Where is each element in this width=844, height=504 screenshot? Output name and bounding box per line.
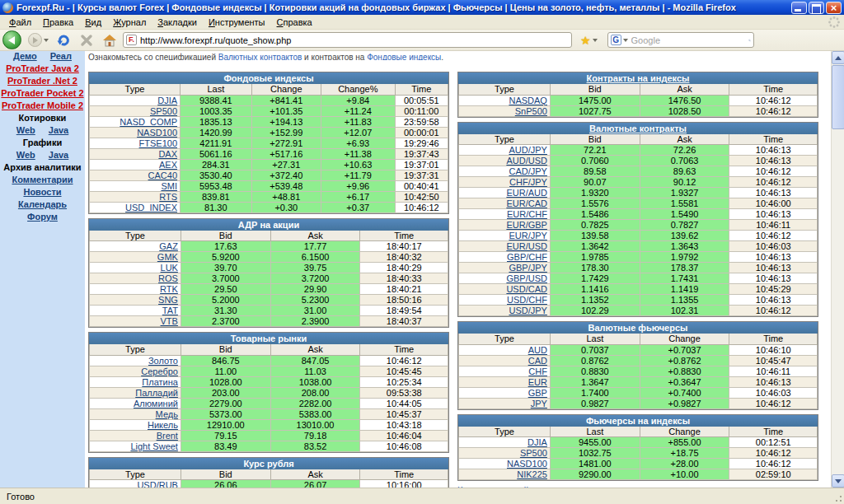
type-link[interactable]: EUR/GBP [506, 220, 547, 230]
type-link[interactable]: EUR/JPY [509, 231, 546, 240]
type-link[interactable]: AUD [528, 345, 547, 355]
close-button[interactable] [826, 2, 842, 14]
type-link[interactable]: CHF [528, 366, 547, 376]
type-link[interactable]: RTS [159, 192, 177, 202]
search-input[interactable] [631, 35, 748, 45]
menu-tools[interactable]: Инструменты [203, 16, 271, 29]
type-link[interactable]: RTK [160, 284, 178, 294]
sidebar-link-protrader-java[interactable]: ProTrader Java 2 [6, 63, 79, 73]
type-link[interactable]: SnP500 [515, 106, 547, 116]
type-link[interactable]: GBP/USD [506, 273, 547, 283]
type-link[interactable]: ROS [158, 273, 178, 283]
spec-link-currency-contracts[interactable]: Валютных контрактов [218, 53, 302, 60]
type-link[interactable]: VTB [161, 316, 178, 326]
sidebar-link-quotes-java[interactable]: Java [49, 125, 68, 135]
type-link[interactable]: SP500 [520, 448, 547, 458]
menu-view[interactable]: Вид [79, 16, 107, 29]
type-link[interactable]: Серебро [141, 366, 178, 376]
type-link[interactable]: SP500 [150, 106, 177, 116]
type-link[interactable]: JPY [531, 399, 547, 408]
forward-button[interactable] [28, 33, 42, 47]
type-link[interactable]: NASDAQ [509, 96, 546, 105]
type-link[interactable]: SNG [158, 295, 178, 305]
type-link[interactable]: LUK [161, 263, 178, 273]
type-link[interactable]: TAT [162, 306, 178, 315]
sidebar-link-quotes-web[interactable]: Web [16, 125, 35, 135]
type-link[interactable]: Золото [148, 356, 178, 366]
forward-dropdown-icon[interactable] [44, 39, 49, 42]
sidebar-link-protrader-net[interactable]: ProTrader .Net 2 [7, 76, 77, 86]
type-link[interactable]: USD/CAD [506, 284, 547, 294]
type-link[interactable]: GBP [528, 388, 547, 398]
minimize-button[interactable] [791, 2, 807, 14]
type-link[interactable]: GBP/JPY [509, 263, 546, 273]
resize-grip[interactable] [832, 492, 842, 502]
type-link[interactable]: Алюминий [134, 399, 178, 408]
spec-link-stock-indices[interactable]: Фондовые индексы [367, 53, 441, 60]
type-link[interactable]: Brent [157, 431, 178, 441]
type-link[interactable]: NASD100 [137, 128, 177, 138]
scroll-up-button[interactable] [832, 51, 844, 64]
sidebar-link-charts-java[interactable]: Java [49, 150, 68, 160]
back-button[interactable] [2, 30, 21, 49]
type-link[interactable]: Light Sweet [130, 441, 177, 451]
type-link[interactable]: GBP/CHF [507, 252, 547, 262]
type-link[interactable]: SMI [161, 181, 177, 191]
type-link[interactable]: NASD_COMP [120, 117, 177, 127]
vertical-scrollbar[interactable] [831, 51, 844, 488]
type-link[interactable]: DJIA [157, 96, 177, 105]
type-link[interactable]: Платина [142, 377, 178, 387]
type-link[interactable]: Медь [156, 409, 178, 419]
type-link[interactable]: EUR/CAD [506, 198, 547, 208]
type-link[interactable]: NASD100 [507, 459, 547, 469]
scrollbar-thumb[interactable] [832, 65, 844, 129]
reload-button[interactable] [55, 32, 72, 49]
menu-edit[interactable]: Правка [37, 16, 79, 29]
type-link[interactable]: USD/RUB [137, 480, 178, 488]
menu-bookmarks[interactable]: Закладки [152, 16, 203, 29]
sidebar-link-news[interactable]: Новости [23, 187, 61, 197]
type-link[interactable]: AEX [159, 160, 177, 170]
sidebar-link-calendar[interactable]: Календарь [18, 199, 67, 209]
type-link[interactable]: USD_INDEX [125, 203, 177, 212]
type-link[interactable]: USD/CHF [507, 295, 547, 305]
address-bar[interactable]: F. [123, 32, 572, 48]
type-link[interactable]: GMK [157, 252, 178, 262]
sidebar-link-forum[interactable]: Форум [27, 212, 58, 222]
type-link[interactable]: CHF/JPY [509, 177, 547, 187]
type-link[interactable]: EUR [528, 377, 547, 387]
sidebar-link-real[interactable]: Реал [50, 51, 72, 61]
search-magnifier-icon[interactable] [748, 35, 751, 46]
type-link[interactable]: EUR/AUD [506, 188, 547, 198]
scroll-down-button[interactable] [832, 474, 844, 488]
bookmark-dropdown-icon[interactable] [593, 39, 598, 42]
bookmark-star-icon[interactable]: ★ [580, 35, 591, 46]
type-link[interactable]: FTSE100 [139, 138, 177, 148]
type-link[interactable]: CAD/JPY [509, 166, 546, 176]
menu-help[interactable]: Справка [271, 16, 318, 29]
type-link[interactable]: USD/JPY [509, 306, 546, 315]
type-link[interactable]: CAD [528, 356, 547, 366]
type-link[interactable]: Палладий [135, 388, 178, 398]
sidebar-link-charts-web[interactable]: Web [16, 150, 35, 160]
google-engine-icon[interactable]: G [611, 35, 621, 45]
type-link[interactable]: GAZ [159, 241, 178, 251]
sidebar-link-demo[interactable]: Демо [13, 51, 37, 61]
home-button[interactable] [101, 32, 118, 49]
type-link[interactable]: Никель [148, 420, 178, 430]
sidebar-link-protrader-pocket[interactable]: ProTrader Pocket 2 [1, 88, 83, 98]
url-input[interactable] [140, 35, 569, 45]
type-link[interactable]: DJIA [528, 437, 547, 447]
type-link[interactable]: EUR/USD [506, 241, 547, 251]
search-engine-dropdown-icon[interactable] [623, 39, 628, 42]
stop-button[interactable] [78, 32, 95, 49]
type-link[interactable]: CAC40 [148, 170, 177, 180]
type-link[interactable]: NIK225 [517, 469, 547, 479]
maximize-button[interactable] [809, 2, 824, 14]
menu-history[interactable]: Журнал [107, 16, 152, 29]
type-link[interactable]: EUR/CHF [507, 209, 547, 219]
type-link[interactable]: AUD/JPY [509, 145, 546, 155]
sidebar-link-comments[interactable]: Комментарии [12, 175, 73, 184]
type-link[interactable]: DAX [158, 149, 177, 159]
search-box[interactable]: G [607, 32, 754, 48]
